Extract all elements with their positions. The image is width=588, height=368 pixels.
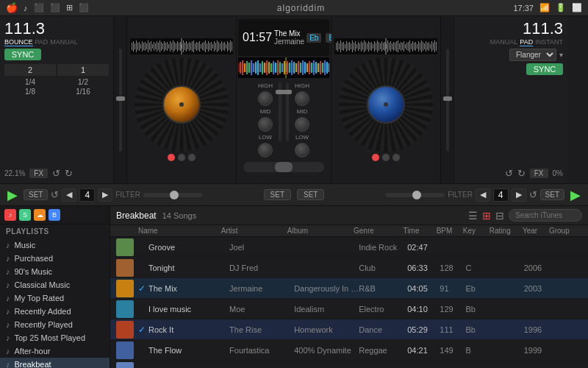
left-eq-low-knob[interactable]	[258, 143, 273, 158]
table-row[interactable]: ✓The MixJermaineDangerously In LoveR&B04…	[110, 278, 588, 299]
col-header-name[interactable]: Name	[138, 227, 221, 235]
right-flanger-select[interactable]: Flanger	[509, 49, 556, 61]
table-row[interactable]: The FlowFourtastica400% DynamiteReggae04…	[110, 340, 588, 361]
left-loop-icon[interactable]: ↺	[51, 189, 59, 200]
left-frac-eighth[interactable]: 1/8	[4, 88, 56, 96]
col-header-key[interactable]: Key	[463, 227, 490, 235]
left-beat-2[interactable]: 2	[4, 64, 56, 76]
source-soundcloud[interactable]: ☁	[34, 209, 46, 221]
left-undo-icon[interactable]: ↺	[52, 168, 60, 179]
right-fx-button[interactable]: FX	[530, 169, 548, 178]
sidebar-item-top-25-most-played[interactable]: ♪Top 25 Most Played	[0, 331, 110, 344]
source-itunes[interactable]: ♪	[4, 209, 16, 221]
right-expand-icon[interactable]: ▾	[559, 51, 563, 59]
right-cue-3[interactable]	[392, 154, 400, 161]
list-view-art[interactable]: ⊟	[495, 210, 504, 222]
col-header-album[interactable]: Album	[287, 227, 354, 235]
left-cue-2[interactable]	[178, 154, 185, 161]
sidebar-item-purchased[interactable]: ♪Purchased	[0, 252, 110, 265]
right-nav-next[interactable]: ▶	[512, 188, 526, 202]
left-redo-icon[interactable]: ↻	[65, 168, 73, 179]
right-channel-fader[interactable]	[286, 82, 289, 141]
list-view-grid[interactable]: ⊞	[482, 210, 491, 222]
table-row[interactable]: GrooveJoelIndie Rock02:47	[110, 237, 588, 258]
right-mode-manual[interactable]: MANUAL	[490, 38, 518, 46]
crossfader[interactable]	[243, 162, 324, 172]
left-mode-bounce[interactable]: BOUNCE	[4, 38, 33, 46]
table-row[interactable]: ✓Rock ItThe RiseHomeworkDance05:29111Bb1…	[110, 319, 588, 340]
right-turntable[interactable]	[339, 57, 433, 152]
right-eq-high-knob[interactable]	[295, 91, 309, 106]
app-menu-item3[interactable]: ⬛	[79, 3, 89, 13]
right-play-button[interactable]: ▶	[567, 187, 584, 203]
right-redo-icon[interactable]: ↻	[517, 168, 526, 179]
right-pitch-thumb[interactable]	[443, 96, 452, 101]
left-turntable[interactable]	[135, 57, 229, 152]
left-nav-next[interactable]: ▶	[98, 188, 112, 202]
right-cue-2[interactable]	[382, 154, 390, 161]
center-set-right[interactable]: SET	[297, 189, 324, 200]
col-header-group[interactable]: Group	[549, 227, 582, 235]
right-undo-icon[interactable]: ↺	[505, 168, 513, 179]
right-eq-low-knob[interactable]	[295, 143, 309, 158]
sidebar-item-classical-music[interactable]: ♪Classical Music	[0, 278, 110, 291]
left-nav-prev[interactable]: ◀	[62, 188, 76, 202]
left-eq-high-knob[interactable]	[258, 91, 273, 106]
svg-rect-66	[227, 41, 228, 52]
list-view-lines[interactable]: ☰	[468, 210, 478, 222]
left-channel-fader[interactable]	[279, 82, 282, 141]
app-menu-item2[interactable]: ⬛	[50, 3, 60, 13]
left-fx-button[interactable]: FX	[29, 169, 48, 178]
right-cue-1[interactable]	[372, 154, 379, 161]
left-cue-3[interactable]	[188, 154, 196, 161]
search-input[interactable]	[509, 209, 582, 222]
center-set-left[interactable]: SET	[264, 189, 291, 200]
right-eq-mid-knob[interactable]	[295, 117, 309, 132]
left-eq-mid-knob[interactable]	[258, 117, 273, 132]
left-pitch-thumb[interactable]	[116, 96, 125, 101]
right-transport-pitch[interactable]	[386, 193, 445, 197]
col-header-bpm[interactable]: BPM	[437, 227, 463, 235]
right-loop-number: 4	[493, 188, 509, 202]
right-set-button[interactable]: SET	[540, 189, 564, 200]
col-header-year[interactable]: Year	[523, 227, 549, 235]
right-nav-prev[interactable]: ◀	[476, 188, 490, 202]
sidebar-item-90's-music[interactable]: ♪90's Music	[0, 265, 110, 278]
left-frac-sixteenth[interactable]: 1/16	[57, 88, 109, 96]
left-mode-manual[interactable]: MANUAL	[50, 38, 78, 46]
right-pitch-fader[interactable]	[440, 16, 453, 183]
source-beatport[interactable]: B	[49, 209, 60, 221]
sidebar-item-recently-played[interactable]: ♪Recently Played	[0, 318, 110, 331]
app-menu-music[interactable]: ♪	[24, 4, 28, 13]
table-row[interactable]: I love musicMoeIdealismElectro04:10129Bb	[110, 299, 588, 319]
right-mode-instant[interactable]: INSTANT	[535, 38, 563, 46]
app-menu-grid[interactable]: ⊞	[66, 3, 73, 13]
col-header-time[interactable]: Time	[404, 227, 437, 235]
sidebar-item-music[interactable]: ♪Music	[0, 238, 110, 252]
sidebar-item-recently-added[interactable]: ♪Recently Added	[0, 305, 110, 318]
right-sync-button[interactable]: SYNC	[526, 63, 563, 75]
left-beat-1[interactable]: 1	[57, 64, 109, 76]
app-menu-item[interactable]: ⬛	[34, 3, 44, 13]
table-row[interactable]: TonightDJ FredClub06:33128C2006	[110, 258, 588, 278]
right-mode-pad[interactable]: PAD	[520, 38, 533, 46]
sidebar-item-after-hour[interactable]: ♪After-hour	[0, 344, 110, 358]
sidebar-item-my-top-rated[interactable]: ♪My Top Rated	[0, 291, 110, 305]
sidebar-item-breakbeat[interactable]: ♪Breakbeat	[0, 358, 110, 368]
left-play-button[interactable]: ▶	[4, 187, 21, 203]
left-frac-quarter[interactable]: 1/4	[4, 78, 56, 86]
left-cue-1[interactable]	[168, 154, 175, 161]
left-frac-half[interactable]: 1/2	[57, 78, 109, 86]
left-set-button[interactable]: SET	[24, 189, 48, 200]
left-transport-pitch[interactable]	[143, 193, 202, 197]
right-loop-icon[interactable]: ↺	[529, 189, 537, 200]
left-mode-pad[interactable]: PAD	[35, 38, 49, 46]
col-header-rating[interactable]: Rating	[490, 227, 523, 235]
col-header-artist[interactable]: Artist	[221, 227, 287, 235]
table-row[interactable]: Star DustDJ StarrClassicDance04:25113C20…	[110, 361, 588, 368]
col-value: 2003	[524, 284, 550, 293]
source-spotify[interactable]: S	[19, 209, 31, 221]
left-sync-button[interactable]: SYNC	[4, 49, 41, 60]
left-pitch-fader[interactable]	[114, 16, 127, 183]
col-header-genre[interactable]: Genre	[354, 227, 404, 235]
